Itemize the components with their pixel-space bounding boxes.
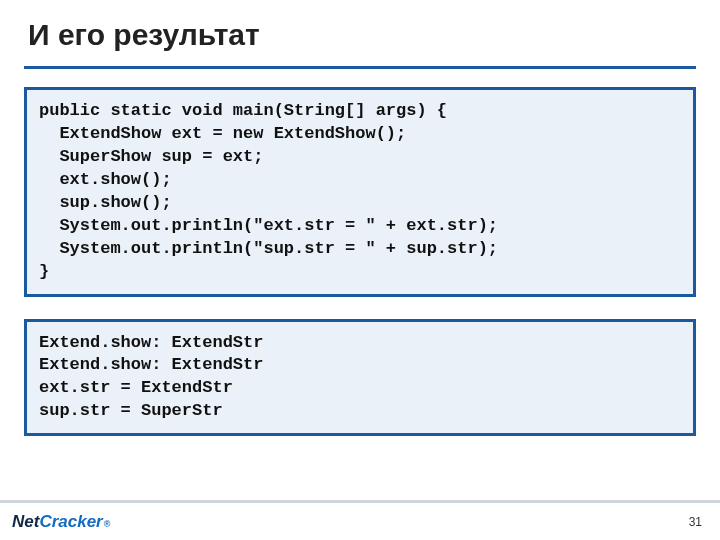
title-divider — [24, 66, 696, 69]
code-content-1: public static void main(String[] args) {… — [39, 100, 681, 284]
slide-title: И его результат — [24, 18, 696, 52]
page-number: 31 — [689, 515, 702, 529]
code-block-main: public static void main(String[] args) {… — [24, 87, 696, 297]
slide-footer: NetCracker® 31 — [0, 500, 720, 540]
code-content-2: Extend.show: ExtendStr Extend.show: Exte… — [39, 332, 681, 424]
logo-text-net: Net — [12, 512, 39, 532]
slide-container: И его результат public static void main(… — [0, 0, 720, 540]
logo: NetCracker® — [12, 512, 110, 532]
logo-mark: ® — [104, 519, 111, 529]
logo-text-cracker: Cracker — [39, 512, 102, 532]
code-block-output: Extend.show: ExtendStr Extend.show: Exte… — [24, 319, 696, 437]
